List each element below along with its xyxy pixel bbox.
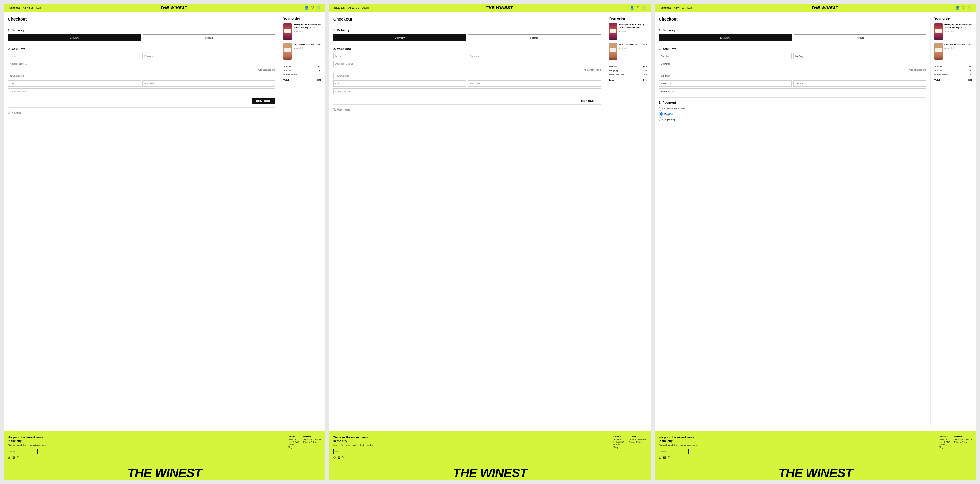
nav-taste-test-3[interactable]: Taste test [659,6,671,9]
add-another-line-2[interactable]: + Add another line [333,68,601,71]
payment-radio-card[interactable] [659,107,663,111]
footer-guides[interactable]: Guides [288,443,299,446]
nav-learn[interactable]: Learn [37,6,43,9]
nav-taste-test[interactable]: Taste test [8,6,20,9]
footer-tagline: We pour the winest news in the city [8,435,43,443]
footer-guides-2[interactable]: Guides [613,443,624,446]
cart-icon-3[interactable]: 🛒 [967,6,972,10]
nav-logo-2[interactable]: THE WINEST [369,5,630,10]
user-icon[interactable]: 👤 [305,6,309,10]
footer-about[interactable]: About us [288,438,299,441]
delivery-button-3[interactable]: Delivery [659,34,792,41]
footer-about-2[interactable]: About us [613,438,624,441]
add-another-line-3[interactable]: + Add another line [659,68,926,71]
footer-email-2[interactable] [333,449,363,454]
nav-logo-3[interactable]: THE WINEST [694,5,956,10]
footer-help-3[interactable]: Help & FAQ [939,441,950,443]
postcode-input-3[interactable] [793,81,926,87]
apple-pay-label: Apple Pay [664,118,675,121]
user-icon-3[interactable]: 👤 [956,6,960,10]
footer-help[interactable]: Help & FAQ [288,441,299,443]
add-another-line[interactable]: + Add another line [8,68,275,71]
footer-email-input[interactable] [8,449,38,454]
pickup-button-2[interactable]: Pickup [468,34,601,41]
footer-other-col-3: OTHER Terms & Conditions Privacy Policy [954,435,972,449]
pickup-button-3[interactable]: Pickup [794,34,927,41]
phone-input-2[interactable] [333,88,601,94]
order-title-2: Your order [609,17,647,20]
nav-links-2: Taste test All wines Learn [334,6,369,9]
product-amount-p3-1: Amount: 1 [945,30,972,32]
nav-all-wines-2[interactable]: All wines [348,6,359,9]
nav-learn-2[interactable]: Learn [362,6,369,9]
nav-all-wines-3[interactable]: All wines [674,6,685,9]
town-input-3[interactable] [659,73,926,79]
order-title-3: Your order [934,17,972,20]
tiktok-icon-2[interactable]: ▩ [338,456,340,459]
surname-input-3[interactable] [793,53,926,59]
delivery-button-2[interactable]: Delivery [333,34,466,41]
name-input-2[interactable] [333,53,466,59]
nav-all-wines[interactable]: All wines [23,6,34,9]
footer-terms-3[interactable]: Terms & Conditions [954,438,972,441]
address-row [8,61,275,67]
footer-guides-3[interactable]: Guides [939,443,950,446]
payment-radio-apple[interactable] [659,117,663,121]
step3-header-3: 3. Payment [659,101,926,104]
footer-top-3: We pour the winest news in the city Sign… [659,435,972,459]
footer-blog-2[interactable]: Blog [613,446,624,448]
postcode-input[interactable] [142,81,275,87]
tiktok-icon-3[interactable]: ▩ [663,456,666,459]
footer-privacy[interactable]: Privacy Policy [303,441,321,443]
footer-privacy-2[interactable]: Privacy Policy [628,441,647,443]
instagram-icon-2[interactable]: ◎ [333,456,336,459]
twitter-icon-2[interactable]: 𝕏 [342,456,345,459]
twitter-icon[interactable]: 𝕏 [17,456,19,459]
heart-icon-3[interactable]: ♡ [962,6,965,10]
total-line: Total $46 [283,77,321,81]
delivery-button[interactable]: Delivery [8,34,141,41]
footer-about-3[interactable]: About us [939,438,950,441]
nav-learn-3[interactable]: Learn [687,6,694,9]
city-input[interactable] [8,81,141,87]
nav-logo[interactable]: THE WINEST [43,5,305,10]
city-input-3[interactable] [659,81,792,87]
surname-input[interactable] [142,53,275,59]
continue-button-2[interactable]: CONTINUE [577,98,601,104]
footer-sub-3: Sign up for updates, recipes & wine guid… [659,444,699,446]
nav-taste-test-2[interactable]: Taste test [334,6,345,9]
footer-terms-2[interactable]: Terms & Conditions [628,438,647,441]
address-input-2[interactable] [333,61,601,67]
payment-radio-paypal[interactable] [659,112,663,116]
phone-input-3[interactable] [659,88,926,94]
tiktok-icon[interactable]: ▩ [12,456,15,459]
footer-email-3[interactable] [659,449,689,454]
footer-privacy-3[interactable]: Privacy Policy [954,441,972,443]
user-icon-2[interactable]: 👤 [630,6,634,10]
surname-input-2[interactable] [468,53,601,59]
footer-social-2: ◎ ▩ 𝕏 [333,456,374,459]
heart-icon[interactable]: ♡ [311,6,314,10]
address-input-3[interactable] [659,61,926,67]
instagram-icon[interactable]: ◎ [8,456,10,459]
footer-blog-3[interactable]: Blog [939,446,950,448]
pickup-button[interactable]: Pickup [143,34,276,41]
cart-icon-2[interactable]: 🛒 [642,6,646,10]
name-input[interactable] [8,53,141,59]
city-input-2[interactable] [333,81,466,87]
heart-icon-2[interactable]: ♡ [636,6,640,10]
order-section-2: Your order Bodegas Gordonzello 'Inicio' … [605,17,647,427]
postcode-input-2[interactable] [468,81,601,87]
footer-blog[interactable]: Blog [288,446,299,448]
continue-button[interactable]: CONTINUE [252,98,275,104]
cart-icon[interactable]: 🛒 [317,6,321,10]
footer-help-2[interactable]: Help & FAQ [613,441,624,443]
phone-input[interactable] [8,88,275,94]
twitter-icon-3[interactable]: 𝕏 [668,456,670,459]
town-input-2[interactable] [333,73,601,79]
name-input-3[interactable] [659,53,792,59]
footer-terms[interactable]: Terms & Conditions [303,438,321,441]
town-input[interactable] [8,73,275,79]
instagram-icon-3[interactable]: ◎ [659,456,662,459]
address-input[interactable] [8,61,275,67]
